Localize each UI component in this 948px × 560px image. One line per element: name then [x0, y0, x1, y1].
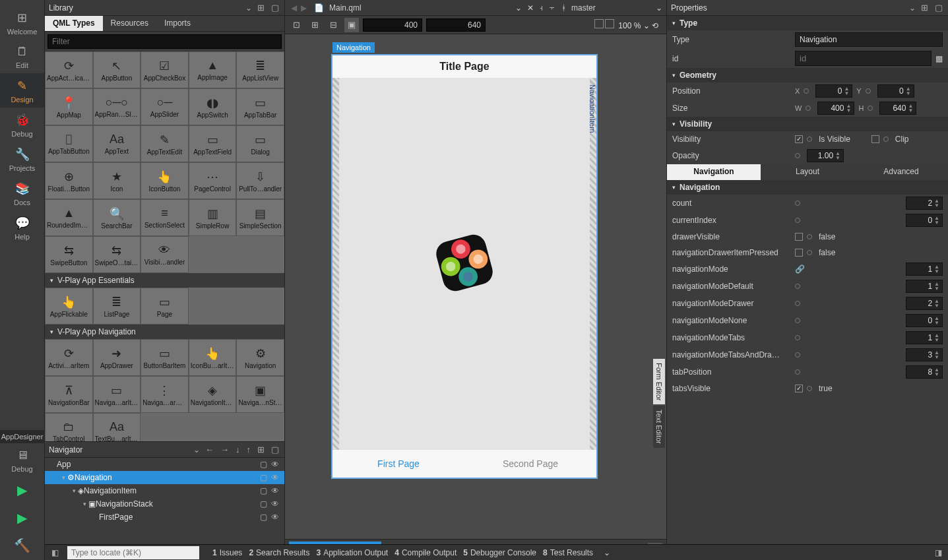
property-spinbox[interactable]: 3▲▼ [906, 348, 943, 361]
run-debug-button[interactable]: ▶ [0, 505, 44, 532]
navigator-row[interactable]: FirstPage▢👁 [45, 511, 284, 524]
output-pane-search-results[interactable]: 2Search Results [249, 548, 309, 557]
library-item[interactable]: ➜AppDrawer [93, 339, 141, 376]
library-item[interactable]: ○─○AppRan…Slider [93, 88, 141, 125]
library-item[interactable]: ▭Naviga…arItem [93, 376, 141, 413]
toggle-sidebar-button[interactable]: ◧ [49, 548, 61, 557]
chevron-down-icon[interactable]: ⌄ [245, 3, 252, 13]
canvas-width[interactable]: 400 [363, 18, 422, 32]
output-pane-application-output[interactable]: 3Application Output [316, 548, 388, 557]
snap-anchor-button[interactable]: ⊟ [326, 18, 340, 32]
expand-toggle[interactable]: ▾ [70, 487, 78, 494]
export-icon[interactable]: ▢ [260, 473, 267, 482]
preview-tab-second[interactable]: Second Page [464, 450, 596, 478]
output-pane-debugger-console[interactable]: 5Debugger Console [463, 548, 536, 557]
document-filename[interactable]: Main.qml [329, 3, 510, 13]
nav-back-button[interactable]: ← [204, 445, 215, 454]
library-item[interactable]: ▭Dialog [236, 125, 284, 162]
doc-fwd-button[interactable]: ▶ [299, 3, 309, 13]
property-spinbox[interactable]: 0▲▼ [906, 214, 943, 227]
property-checkbox[interactable] [795, 233, 803, 241]
mode-edit[interactable]: 🗒Edit [0, 40, 44, 73]
binding-icon[interactable]: 🔗 [795, 264, 805, 274]
library-item[interactable]: ▲AppImage [189, 51, 237, 88]
color1-swatch[interactable] [594, 19, 604, 28]
export-icon[interactable]: ▢ [260, 486, 267, 495]
id-input[interactable] [795, 51, 932, 66]
library-item[interactable]: ▤SimpleSection [236, 199, 284, 236]
visibility-icon[interactable]: 👁 [271, 513, 279, 522]
kit-app-designer[interactable]: AppDesigner [0, 430, 45, 443]
chevron-down-icon[interactable]: ⌄ [656, 3, 662, 13]
section-type[interactable]: Type [667, 16, 948, 30]
tab-navigation[interactable]: Navigation [667, 164, 761, 180]
visibility-icon[interactable]: 👁 [271, 499, 279, 509]
library-item[interactable]: ▭AppTextField [189, 125, 237, 162]
export-icon[interactable]: ▢ [260, 499, 267, 509]
library-item[interactable]: ○─AppSlider [141, 88, 189, 125]
library-item[interactable]: 🗀TabControl [45, 413, 93, 441]
library-item[interactable]: ⇆SwipeButton [45, 236, 93, 273]
library-item[interactable]: ⟳AppAct…icator [45, 51, 93, 88]
library-item[interactable]: ◖◗AppSwitch [189, 88, 237, 125]
library-item[interactable]: ⋯PageControl [189, 162, 237, 199]
nav-split-button[interactable]: ▢ [270, 445, 280, 454]
visibility-icon[interactable]: 👁 [271, 473, 279, 482]
library-item[interactable]: 👆AppFlickable [45, 288, 93, 325]
library-item[interactable]: ⚙Navigation [236, 339, 284, 376]
nav-up-button[interactable]: ↑ [245, 445, 253, 454]
run-button[interactable]: ▶ [0, 477, 44, 505]
export-icon[interactable]: ▢ [260, 513, 267, 522]
library-item[interactable]: ▭Page [141, 288, 189, 325]
property-spinbox[interactable]: 1▲▼ [906, 280, 943, 293]
property-checkbox[interactable] [795, 385, 803, 392]
expand-toggle[interactable]: ▾ [59, 474, 67, 481]
library-item[interactable]: ⌷AppTabButton [45, 125, 93, 162]
mode-docs[interactable]: 📚Docs [0, 176, 44, 210]
library-item[interactable]: ▥SimpleRow [189, 199, 237, 236]
library-item[interactable]: AaAppText [93, 125, 141, 162]
library-item[interactable]: 🔍SearchBar [93, 199, 141, 236]
property-spinbox[interactable]: 1▲▼ [906, 331, 943, 344]
visibility-icon[interactable]: 👁 [271, 460, 279, 469]
kit-debug[interactable]: 🖥Debug [0, 443, 44, 477]
size-h-input[interactable]: 640▲▼ [879, 102, 916, 115]
device-frame[interactable]: Title Page NavigationItem [332, 55, 596, 478]
library-item[interactable]: ▣Naviga…nStack [236, 376, 284, 413]
library-item[interactable]: ⇩PullTo…andler [236, 162, 284, 199]
property-spinbox[interactable]: 2▲▼ [906, 297, 943, 310]
tab-layout[interactable]: Layout [761, 164, 854, 180]
zoom-value[interactable]: 100 % [618, 21, 641, 30]
doc-back-button[interactable]: ◀ [289, 3, 299, 13]
visibility-icon[interactable]: 👁 [271, 486, 279, 495]
split-v-icon[interactable]: ⫟ [548, 3, 556, 13]
expand-toggle[interactable]: ▾ [80, 501, 88, 507]
type-value[interactable]: Navigation [795, 32, 943, 47]
library-item[interactable]: ⋮Naviga…arRow [141, 376, 189, 413]
prop-add-button[interactable]: ⊞ [920, 3, 930, 13]
property-checkbox[interactable] [795, 249, 803, 257]
library-item[interactable]: ◈NavigationItem [189, 376, 237, 413]
build-button[interactable]: 🔨 [0, 532, 44, 560]
library-item[interactable]: ⊕Floati…Button [45, 162, 93, 199]
library-item[interactable]: 👆IconButton [141, 162, 189, 199]
locator-input[interactable] [67, 546, 199, 559]
output-pane-test-results[interactable]: 8Test Results [543, 548, 593, 557]
library-item[interactable]: ▲RoundedImage [45, 199, 93, 236]
navigator-row[interactable]: ▾⚙ Navigation▢👁 [45, 471, 284, 484]
nav-down-button[interactable]: ↓ [234, 445, 241, 454]
chevron-down-icon[interactable]: ⌄ [909, 3, 916, 13]
prop-split-button[interactable]: ▢ [933, 3, 944, 13]
nav-fwd-button[interactable]: → [219, 445, 230, 454]
library-item[interactable]: ★Icon [93, 162, 141, 199]
library-item[interactable]: ▭ButtonBarItem [141, 339, 189, 376]
library-grid[interactable]: ⟳AppAct…icator↖AppButton☑AppCheckBox▲App… [45, 51, 284, 441]
mode-welcome[interactable]: ⊞Welcome [0, 5, 44, 40]
reset-zoom-button[interactable]: ⟲ [652, 21, 658, 30]
bounding-rect-button[interactable]: ▣ [344, 18, 359, 32]
clip-checkbox[interactable] [871, 135, 879, 143]
snap-no-button[interactable]: ⊡ [289, 18, 303, 32]
pos-y-input[interactable]: 0▲▼ [877, 84, 914, 98]
library-item[interactable]: ↖AppButton [93, 51, 141, 88]
output-pane-issues[interactable]: 1Issues [212, 548, 242, 557]
